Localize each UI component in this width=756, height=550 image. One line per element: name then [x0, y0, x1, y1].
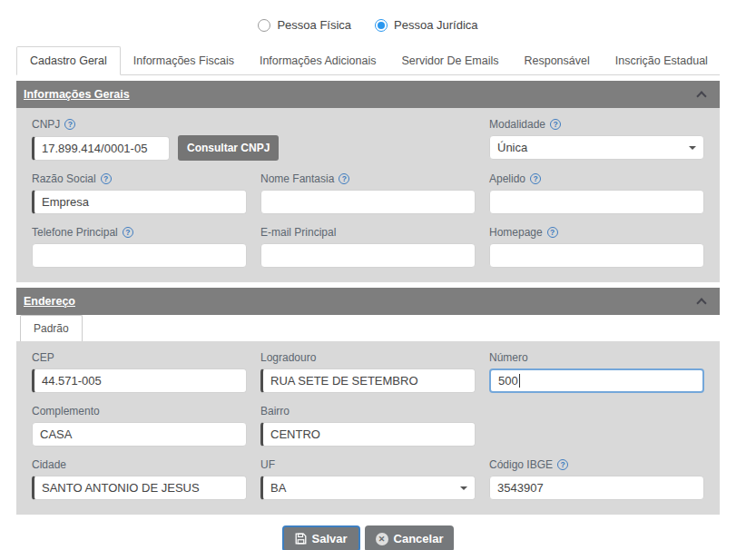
section-header-endereco[interactable]: Endereço [16, 288, 720, 315]
modalidade-select[interactable]: Única [489, 135, 704, 160]
cidade-input[interactable] [32, 476, 247, 500]
radio-pessoa-fisica[interactable]: Pessoa Física [258, 18, 351, 32]
save-button[interactable]: Salvar [282, 525, 360, 550]
field-bairro: Bairro [260, 404, 476, 447]
field-codigo-ibge: Código IBGE ? [489, 457, 704, 500]
save-button-label: Salvar [312, 532, 348, 545]
uf-select[interactable]: BA [260, 476, 476, 500]
bairro-label: Bairro [260, 405, 290, 417]
tab-inscricao-estadual[interactable]: Inscrição Estadual [603, 47, 721, 74]
field-telefone-principal: Telefone Principal ? [32, 225, 247, 268]
cancel-button[interactable]: ✕ Cancelar [365, 525, 455, 550]
field-complemento: Complemento [32, 404, 247, 447]
form-footer: Salvar ✕ Cancelar [16, 525, 720, 550]
nome-fantasia-label: Nome Fantasia [260, 172, 334, 185]
field-modalidade: Modalidade ? Única [489, 117, 704, 161]
endereco-subtab-strip: Padrão [16, 315, 720, 341]
field-nome-fantasia: Nome Fantasia ? [260, 172, 476, 214]
uf-selected-value: BA [270, 481, 286, 495]
subtab-padrao[interactable]: Padrão [20, 315, 83, 341]
radio-selected-icon[interactable] [375, 19, 388, 32]
telefone-principal-input[interactable] [32, 243, 247, 268]
chevron-up-icon[interactable] [696, 91, 706, 101]
numero-label: Número [489, 351, 528, 364]
caret-down-icon [460, 486, 467, 490]
uf-label: UF [260, 458, 275, 471]
section-title: Endereço [24, 295, 75, 308]
main-form: Cadastro Geral Informações Fiscais Infor… [16, 46, 720, 515]
section-body-informacoes-gerais: CNPJ ? Consultar CNPJ Modalidade ? Única [16, 108, 720, 282]
field-razao-social: Razão Social ? [32, 172, 247, 214]
caret-down-icon [689, 146, 696, 150]
telefone-principal-label: Telefone Principal [32, 226, 118, 239]
consultar-cnpj-button[interactable]: Consultar CNPJ [178, 135, 279, 161]
codigo-ibge-input[interactable] [489, 476, 704, 500]
modalidade-selected-value: Única [497, 141, 527, 154]
field-homepage: Homepage ? [489, 225, 704, 268]
logradouro-label: Logradouro [260, 351, 316, 364]
circle-x-icon: ✕ [376, 533, 388, 545]
field-cep: CEP [32, 350, 247, 393]
logradouro-input[interactable] [260, 368, 476, 393]
text-cursor [519, 374, 520, 388]
codigo-ibge-label: Código IBGE [489, 458, 553, 471]
cep-input[interactable] [32, 368, 247, 393]
apelido-input[interactable] [489, 190, 704, 214]
floppy-disk-icon [295, 533, 307, 545]
person-type-radio-group: Pessoa Física Pessoa Jurídica [16, 18, 720, 32]
section-title: Informações Gerais [24, 88, 130, 101]
help-icon[interactable]: ? [557, 459, 568, 470]
section-body-endereco: CEP Logradouro Número [16, 341, 720, 515]
cnpj-input[interactable] [32, 136, 170, 161]
razao-social-input[interactable] [32, 190, 247, 214]
razao-social-label: Razão Social [32, 172, 96, 185]
main-tabbar: Cadastro Geral Informações Fiscais Infor… [16, 46, 720, 75]
help-icon[interactable]: ? [339, 173, 349, 184]
tab-cadastro-geral[interactable]: Cadastro Geral [16, 46, 121, 75]
chevron-up-icon[interactable] [696, 298, 706, 308]
help-icon[interactable]: ? [101, 173, 112, 184]
apelido-label: Apelido [489, 172, 525, 185]
modalidade-label: Modalidade [489, 118, 545, 131]
field-apelido: Apelido ? [489, 172, 704, 214]
radio-pessoa-fisica-label: Pessoa Física [277, 18, 351, 32]
email-principal-label: E-mail Principal [260, 226, 336, 239]
cep-label: CEP [32, 351, 54, 364]
section-header-informacoes-gerais[interactable]: Informações Gerais [16, 81, 720, 108]
nome-fantasia-input[interactable] [260, 190, 476, 214]
cancel-button-label: Cancelar [394, 532, 444, 545]
tab-servidor-de-emails[interactable]: Servidor De Emails [388, 47, 511, 74]
field-cidade: Cidade [32, 457, 247, 500]
help-icon[interactable]: ? [550, 119, 561, 130]
complemento-label: Complemento [32, 405, 100, 417]
complemento-input[interactable] [32, 422, 247, 447]
homepage-input[interactable] [489, 243, 704, 268]
help-icon[interactable]: ? [547, 227, 558, 238]
cnpj-label: CNPJ [32, 118, 60, 131]
tab-responsavel[interactable]: Responsável [511, 47, 602, 74]
help-icon[interactable]: ? [123, 227, 133, 238]
bairro-input[interactable] [260, 422, 476, 447]
email-principal-input[interactable] [260, 243, 476, 268]
radio-unselected-icon[interactable] [258, 19, 270, 32]
homepage-label: Homepage [489, 226, 543, 239]
cidade-label: Cidade [32, 458, 66, 471]
field-email-principal: E-mail Principal [260, 225, 476, 268]
tab-informacoes-adicionais[interactable]: Informações Adicionais [247, 47, 389, 74]
tab-informacoes-fiscais[interactable]: Informações Fiscais [121, 47, 247, 74]
help-icon[interactable]: ? [64, 119, 75, 130]
help-icon[interactable]: ? [530, 173, 541, 184]
field-uf: UF BA [260, 457, 476, 500]
numero-input[interactable] [489, 368, 704, 393]
radio-pessoa-juridica-label: Pessoa Jurídica [394, 18, 478, 32]
field-cnpj: CNPJ ? Consultar CNPJ [32, 117, 476, 161]
field-numero: Número [489, 350, 704, 393]
radio-pessoa-juridica[interactable]: Pessoa Jurídica [375, 18, 478, 32]
field-logradouro: Logradouro [260, 350, 476, 393]
